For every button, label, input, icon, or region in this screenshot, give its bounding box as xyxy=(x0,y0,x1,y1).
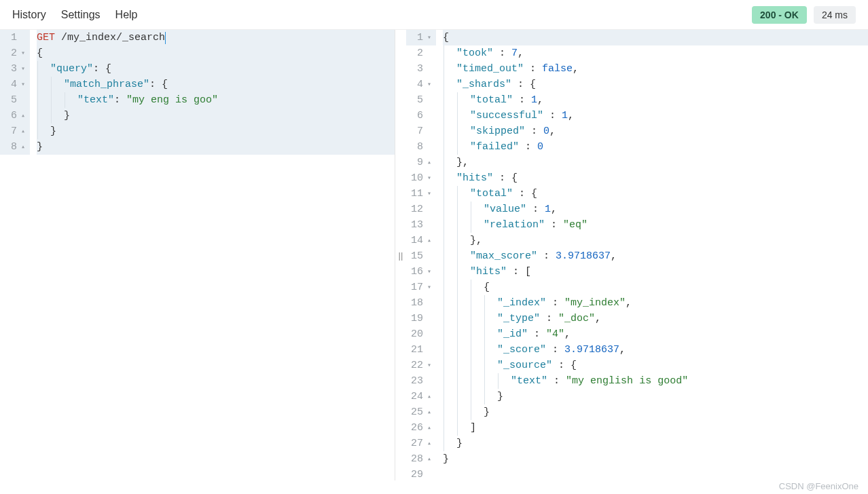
token-key: "relation" xyxy=(484,217,545,233)
response-viewer[interactable]: 1▾234▾56789▴10▾11▾121314▴1516▾17▾1819202… xyxy=(406,30,868,480)
code-line[interactable]: } xyxy=(37,124,395,139)
code-line[interactable]: "_type" : "_doc", xyxy=(443,311,868,326)
code-line[interactable]: "value" : 1, xyxy=(443,202,868,217)
token-punc: , xyxy=(568,108,574,124)
fold-toggle-icon[interactable]: ▴ xyxy=(425,404,433,420)
token-punc: } xyxy=(497,389,503,404)
code-line[interactable]: "_score" : 3.9718637, xyxy=(443,342,868,358)
code-line[interactable]: GET /my_index/_search xyxy=(37,30,395,45)
fold-toggle-icon[interactable]: ▾ xyxy=(19,77,27,92)
fold-toggle-icon[interactable]: ▴ xyxy=(425,233,433,248)
token-punc: : xyxy=(519,139,537,155)
code-line[interactable]: "_id" : "4", xyxy=(443,326,868,342)
fold-toggle-icon[interactable]: ▾ xyxy=(19,45,27,61)
fold-toggle-icon[interactable]: ▴ xyxy=(425,420,433,436)
code-line[interactable]: "took" : 7, xyxy=(443,45,868,61)
code-line[interactable]: { xyxy=(443,30,868,45)
code-line[interactable]: "timed_out" : false, xyxy=(443,61,868,77)
line-number: 17▾ xyxy=(406,280,436,295)
code-line[interactable]: } xyxy=(443,451,868,467)
code-line[interactable]: "successful" : 1, xyxy=(443,108,868,124)
fold-toggle-icon[interactable]: ▾ xyxy=(425,170,433,186)
fold-toggle-icon[interactable]: ▾ xyxy=(425,358,433,373)
code-line[interactable]: "hits" : [ xyxy=(443,264,868,280)
code-line[interactable]: "text" : "my english is good" xyxy=(443,373,868,389)
line-number: 26▴ xyxy=(406,420,436,436)
pane-resize-handle[interactable]: || xyxy=(395,30,406,480)
code-line[interactable]: }, xyxy=(443,233,868,248)
fold-toggle-icon[interactable]: ▴ xyxy=(425,389,433,404)
request-pane: 12▾3▾4▾56▴7▴8▴ GET /my_index/_search{ "q… xyxy=(0,30,395,480)
code-line[interactable]: "_source" : { xyxy=(443,358,868,373)
code-line[interactable]: "hits" : { xyxy=(443,170,868,186)
code-line[interactable]: }, xyxy=(443,155,868,170)
fold-toggle-icon[interactable]: ▾ xyxy=(425,77,433,92)
code-line[interactable]: } xyxy=(37,108,395,124)
menu-history[interactable]: History xyxy=(12,9,46,21)
fold-toggle-icon[interactable]: ▴ xyxy=(19,108,27,124)
line-number: 21 xyxy=(406,342,436,358)
token-num: 1 xyxy=(545,202,551,217)
line-number: 19 xyxy=(406,311,436,326)
menu-help[interactable]: Help xyxy=(115,9,138,21)
code-line[interactable] xyxy=(443,467,868,480)
token-punc: : xyxy=(493,45,511,61)
fold-toggle-icon[interactable]: ▾ xyxy=(19,61,27,77)
code-line[interactable]: { xyxy=(443,280,868,295)
fold-toggle-icon[interactable]: ▾ xyxy=(425,30,433,45)
line-number: 7 xyxy=(406,124,436,139)
fold-toggle-icon[interactable]: ▾ xyxy=(425,186,433,202)
code-line[interactable]: "total" : { xyxy=(443,186,868,202)
token-punc: , xyxy=(518,45,524,61)
token-num: 0 xyxy=(537,139,543,155)
code-line[interactable]: } xyxy=(443,404,868,420)
token-key: "value" xyxy=(484,202,526,217)
code-line[interactable]: "total" : 1, xyxy=(443,92,868,108)
fold-toggle-icon[interactable]: ▴ xyxy=(425,155,433,170)
token-punc: }, xyxy=(456,155,469,170)
code-line[interactable]: "query": { xyxy=(37,61,395,77)
token-punc: } xyxy=(456,436,463,451)
token-str: "4" xyxy=(546,326,564,342)
token-punc: : xyxy=(526,202,545,217)
request-editor[interactable]: 12▾3▾4▾56▴7▴8▴ GET /my_index/_search{ "q… xyxy=(0,30,395,480)
code-line[interactable]: ] xyxy=(443,420,868,436)
token-punc: ] xyxy=(470,420,476,436)
code-line[interactable]: "_index" : "my_index", xyxy=(443,295,868,311)
menu-settings[interactable]: Settings xyxy=(61,9,101,21)
line-number: 2 xyxy=(406,45,436,61)
fold-toggle-icon[interactable]: ▾ xyxy=(425,264,433,280)
line-number: 3▾ xyxy=(0,61,30,77)
token-punc: { xyxy=(484,280,490,295)
code-line[interactable]: "_shards" : { xyxy=(443,77,868,92)
line-number: 11▾ xyxy=(406,186,436,202)
fold-toggle-icon[interactable]: ▴ xyxy=(425,436,433,451)
token-punc: : xyxy=(545,217,563,233)
code-line[interactable]: "failed" : 0 xyxy=(443,139,868,155)
token-num: 7 xyxy=(511,45,518,61)
token-key: "hits" xyxy=(456,170,493,186)
token-num: 1 xyxy=(531,92,537,108)
line-number: 4▾ xyxy=(0,77,30,92)
token-num: 1 xyxy=(562,108,568,124)
code-line[interactable]: } xyxy=(37,139,395,155)
token-punc: : xyxy=(513,92,531,108)
token-punc: , xyxy=(549,124,556,139)
token-punc: : xyxy=(524,61,542,77)
fold-toggle-icon[interactable]: ▴ xyxy=(19,124,27,139)
code-line[interactable]: "max_score" : 3.9718637, xyxy=(443,248,868,264)
code-line[interactable]: } xyxy=(443,389,868,404)
code-line[interactable]: "skipped" : 0, xyxy=(443,124,868,139)
line-number: 3 xyxy=(406,61,436,77)
fold-toggle-icon[interactable]: ▴ xyxy=(19,139,27,155)
code-line[interactable]: } xyxy=(443,436,868,451)
line-number: 14▴ xyxy=(406,233,436,248)
fold-toggle-icon[interactable]: ▾ xyxy=(425,280,433,295)
line-number: 4▾ xyxy=(406,77,436,92)
fold-toggle-icon[interactable]: ▴ xyxy=(425,451,433,467)
code-line[interactable]: "match_phrase": { xyxy=(37,77,395,92)
code-line[interactable]: "relation" : "eq" xyxy=(443,217,868,233)
code-line[interactable]: { xyxy=(37,45,395,61)
token-punc: , xyxy=(564,326,571,342)
code-line[interactable]: "text": "my eng is goo" xyxy=(37,92,395,108)
